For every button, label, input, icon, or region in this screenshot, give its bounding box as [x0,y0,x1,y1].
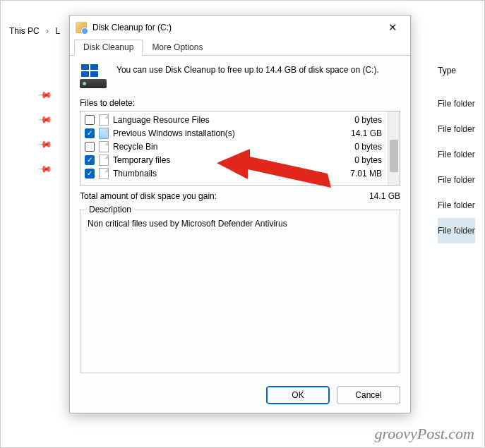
file-row[interactable]: Recycle Bin0 bytes [80,140,388,153]
files-to-delete-label: Files to delete: [80,98,400,108]
description-group: Description Non critical files used by M… [80,210,400,373]
pin-icon: 📌 [37,137,53,152]
file-size: 0 bytes [354,115,383,125]
checkbox[interactable] [85,115,95,125]
scrollbar[interactable] [388,111,400,185]
breadcrumb-separator: › [46,26,49,36]
titlebar[interactable]: Disk Cleanup for (C:) ✕ [70,16,410,39]
breadcrumb-root[interactable]: This PC [9,26,40,36]
total-row: Total amount of disk space you gain: 14.… [80,191,400,201]
drive-icon [80,64,108,88]
file-row[interactable]: Language Resource Files0 bytes [80,113,388,126]
checkbox[interactable] [85,142,95,152]
list-item[interactable]: File folder [438,142,475,167]
watermark: groovyPost.com [374,425,474,443]
file-row[interactable]: ✓Thumbnails7.01 MB [80,167,388,180]
dialog-body: You can use Disk Cleanup to free up to 1… [70,56,410,379]
checkbox[interactable]: ✓ [85,169,95,178]
type-column: File folder File folder File folder File… [438,91,475,243]
file-name: Previous Windows installation(s) [113,128,351,138]
ok-button[interactable]: OK [266,386,330,404]
file-name: Thumbnails [113,169,350,178]
tab-strip: Disk Cleanup More Options [70,39,410,56]
cancel-button[interactable]: Cancel [337,386,400,404]
intro-text: You can use Disk Cleanup to free up to 1… [116,64,379,88]
file-icon [99,128,109,139]
file-icon [99,114,109,126]
tab-more-options[interactable]: More Options [143,40,212,56]
file-row[interactable]: ✓Previous Windows installation(s)14.1 GB [80,126,388,140]
total-label: Total amount of disk space you gain: [80,191,217,201]
scrollbar-thumb[interactable] [390,140,398,172]
column-header-type[interactable]: Type [438,66,456,75]
pin-icon: 📌 [37,162,53,177]
disk-cleanup-dialog: Disk Cleanup for (C:) ✕ Disk Cleanup Mor… [69,15,411,413]
breadcrumb[interactable]: This PC › L [9,26,60,36]
list-item[interactable]: File folder [438,167,475,193]
file-name: Temporary files [113,155,354,165]
pin-icon: 📌 [37,112,53,128]
pin-icon: 📌 [37,87,53,103]
window-title: Disk Cleanup for (C:) [92,23,381,32]
description-text: Non critical files used by Microsoft Def… [88,219,393,229]
list-item-selected[interactable]: File folder [438,218,475,243]
file-size: 7.01 MB [350,169,383,178]
tab-disk-cleanup[interactable]: Disk Cleanup [74,40,143,56]
close-button[interactable]: ✕ [381,18,405,37]
description-legend: Description [86,205,134,214]
file-row[interactable]: ✓Temporary files0 bytes [80,153,388,167]
checkbox[interactable]: ✓ [85,128,95,138]
intro-row: You can use Disk Cleanup to free up to 1… [80,64,400,88]
list-item[interactable]: File folder [438,91,475,116]
quick-access-pins: 📌 📌 📌 📌 [40,90,51,174]
disk-cleanup-icon [76,22,87,33]
list-item[interactable]: File folder [438,193,475,218]
file-name: Recycle Bin [113,142,354,152]
checkbox[interactable]: ✓ [85,155,95,165]
file-size: 0 bytes [354,155,383,165]
dialog-buttons: OK Cancel [70,379,410,413]
file-size: 0 bytes [354,142,383,152]
file-size: 14.1 GB [351,128,383,138]
file-icon [99,168,109,179]
breadcrumb-next[interactable]: L [55,26,60,36]
files-listbox[interactable]: Language Resource Files0 bytes✓Previous … [80,111,400,186]
file-name: Language Resource Files [113,115,354,125]
file-icon [99,141,109,152]
total-value: 14.1 GB [369,191,400,201]
file-icon [99,155,109,166]
list-item[interactable]: File folder [438,116,475,142]
